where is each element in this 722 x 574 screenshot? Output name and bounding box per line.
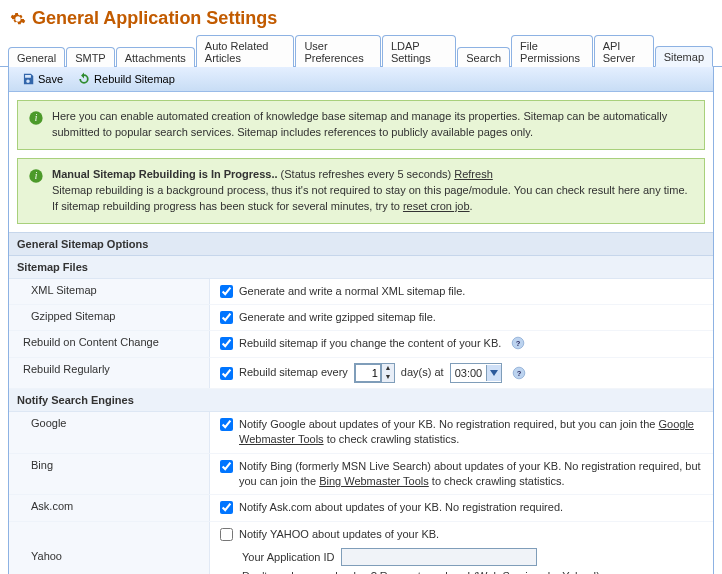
tab-content: Save Rebuild Sitemap i Here you can enab… <box>8 67 714 574</box>
label-ask: Ask.com <box>9 495 210 521</box>
tab-general[interactable]: General <box>8 47 65 67</box>
section-general-options: General Sitemap Options <box>9 232 713 255</box>
checkbox-rebuild-change[interactable] <box>220 337 233 350</box>
label-gzip-sitemap: Gzipped Sitemap <box>9 305 210 331</box>
tab-file-permissions[interactable]: File Permissions <box>511 35 593 67</box>
subsection-sitemap-files: Sitemap Files <box>9 255 713 278</box>
yahoo-webservices-link[interactable]: Web Services by Yahoo! <box>477 570 596 574</box>
desc-rebuild-pre: Rebuild sitemap every <box>239 365 348 380</box>
checkbox-yahoo[interactable] <box>220 528 233 541</box>
yahoo-note: Don't you have such a key? Request one h… <box>242 570 703 574</box>
desc-google: Notify Google about updates of your KB. … <box>239 417 703 448</box>
label-xml-sitemap: XML Sitemap <box>9 278 210 304</box>
refresh-icon <box>77 72 91 86</box>
info-rebuild-status: i Manual Sitemap Rebuilding is In Progre… <box>17 158 705 224</box>
checkbox-rebuild-regularly[interactable] <box>220 367 233 380</box>
tab-ldap-settings[interactable]: LDAP Settings <box>382 35 456 67</box>
svg-text:?: ? <box>516 339 521 348</box>
days-input[interactable] <box>355 364 381 382</box>
toolbar: Save Rebuild Sitemap <box>9 67 713 92</box>
time-value: 03:00 <box>451 367 487 379</box>
settings-table: General Sitemap Options Sitemap Files XM… <box>9 232 713 574</box>
tab-strip: GeneralSMTPAttachmentsAuto Related Artic… <box>0 35 722 67</box>
status-title: Manual Sitemap Rebuilding is In Progress… <box>52 168 278 180</box>
label-rebuild-regularly: Rebuild Regularly <box>9 357 210 388</box>
status-line2: Sitemap rebuilding is a background proce… <box>52 184 688 196</box>
disk-icon <box>21 72 35 86</box>
status-line3a: If sitemap rebuilding progress has been … <box>52 200 403 212</box>
svg-text:i: i <box>35 171 38 181</box>
info-icon: i <box>28 168 44 184</box>
spin-down-icon[interactable]: ▼ <box>382 373 394 382</box>
desc-ask: Notify Ask.com about updates of your KB.… <box>239 500 563 515</box>
status-line3b: . <box>470 200 473 212</box>
save-label: Save <box>38 73 63 85</box>
info-sitemap-intro: i Here you can enable automated creation… <box>17 100 705 150</box>
yahoo-request-link[interactable]: Request one here! <box>380 570 471 574</box>
spin-up-icon[interactable]: ▲ <box>382 364 394 373</box>
reset-cron-link[interactable]: reset cron job <box>403 200 470 212</box>
checkbox-google[interactable] <box>220 418 233 431</box>
chevron-down-icon[interactable] <box>486 365 501 381</box>
label-yahoo: Yahoo <box>9 521 210 574</box>
checkbox-gzip-sitemap[interactable] <box>220 311 233 324</box>
tab-user-preferences[interactable]: User Preferences <box>295 35 381 67</box>
gear-icon <box>10 11 26 27</box>
tab-smtp[interactable]: SMTP <box>66 47 115 67</box>
desc-yahoo: Notify YAHOO about updates of your KB. <box>239 527 439 542</box>
days-stepper[interactable]: ▲▼ <box>354 363 395 383</box>
label-google: Google <box>9 411 210 453</box>
label-rebuild-change: Rebuild on Content Change <box>9 331 210 357</box>
bing-webmaster-link[interactable]: Bing Webmaster Tools <box>319 475 429 487</box>
page-title-text: General Application Settings <box>32 8 277 29</box>
save-button[interactable]: Save <box>15 70 69 88</box>
desc-rebuild-change: Rebuild sitemap if you change the conten… <box>239 336 501 351</box>
help-icon[interactable]: ? <box>512 366 526 380</box>
info-icon: i <box>28 110 44 126</box>
time-select[interactable]: 03:00 <box>450 363 503 383</box>
svg-text:i: i <box>35 113 38 123</box>
desc-xml-sitemap: Generate and write a normal XML sitemap … <box>239 284 465 299</box>
info-text: Here you can enable automated creation o… <box>52 109 694 141</box>
checkbox-xml-sitemap[interactable] <box>220 285 233 298</box>
yahoo-appid-input[interactable] <box>341 548 537 566</box>
help-icon[interactable]: ? <box>511 336 525 350</box>
desc-rebuild-mid: day(s) at <box>401 365 444 380</box>
tab-api-server[interactable]: API Server <box>594 35 654 67</box>
rebuild-button[interactable]: Rebuild Sitemap <box>71 70 181 88</box>
refresh-link[interactable]: Refresh <box>454 168 493 180</box>
rebuild-label: Rebuild Sitemap <box>94 73 175 85</box>
info-status-body: Manual Sitemap Rebuilding is In Progress… <box>52 167 688 215</box>
tab-search[interactable]: Search <box>457 47 510 67</box>
subsection-notify: Notify Search Engines <box>9 388 713 411</box>
tab-attachments[interactable]: Attachments <box>116 47 195 67</box>
status-refresh-note: (Status refreshes every 5 seconds) <box>281 168 452 180</box>
checkbox-ask[interactable] <box>220 501 233 514</box>
tab-sitemap[interactable]: Sitemap <box>655 46 713 67</box>
page-title: General Application Settings <box>0 0 722 35</box>
desc-gzip-sitemap: Generate and write gzipped sitemap file. <box>239 310 436 325</box>
label-bing: Bing <box>9 453 210 495</box>
svg-text:?: ? <box>517 369 522 378</box>
tab-auto-related-articles[interactable]: Auto Related Articles <box>196 35 295 67</box>
checkbox-bing[interactable] <box>220 460 233 473</box>
desc-bing: Notify Bing (formerly MSN Live Search) a… <box>239 459 703 490</box>
label-yahoo-appid: Your Application ID <box>242 551 335 563</box>
